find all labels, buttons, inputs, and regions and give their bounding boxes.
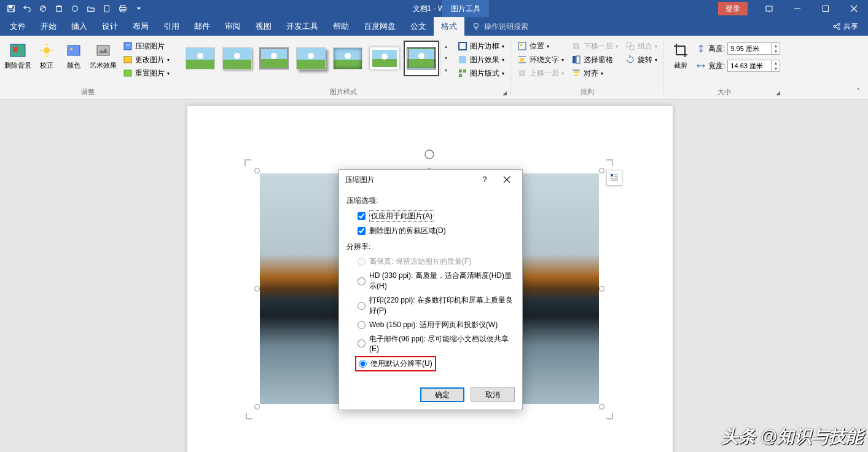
crop-button[interactable]: 裁剪 xyxy=(668,38,694,84)
handle-bl[interactable] xyxy=(254,404,260,410)
handle-ml[interactable] xyxy=(254,286,260,291)
svg-point-18 xyxy=(838,28,840,30)
delete-crop-checkbox[interactable] xyxy=(358,227,366,235)
style-item-3[interactable] xyxy=(256,41,292,76)
width-input[interactable]: ▲▼ xyxy=(727,60,780,72)
artistic-effects-button[interactable]: 艺术效果 xyxy=(88,38,118,84)
svg-rect-22 xyxy=(13,47,18,52)
close-icon[interactable] xyxy=(840,0,868,17)
reset-picture-button[interactable]: 重置图片▾ xyxy=(120,66,172,80)
gallery-more-button[interactable]: ▴▾▾ xyxy=(440,41,450,76)
opt-hd[interactable]: HD (330 ppi): 高质量，适合高清晰度(HD)显示(H) xyxy=(346,269,515,293)
new-icon[interactable] xyxy=(100,2,114,15)
tab-insert[interactable]: 插入 xyxy=(64,17,95,36)
dialog-titlebar[interactable]: 压缩图片 ? xyxy=(339,170,522,189)
picture-effects-button[interactable]: 图片效果▾ xyxy=(455,53,507,66)
save-icon[interactable] xyxy=(4,2,18,15)
svg-rect-37 xyxy=(463,69,466,73)
picture-layout-button[interactable]: 图片版式▾ xyxy=(455,66,507,80)
align-button[interactable]: 对齐▾ xyxy=(569,66,620,80)
style-item-5[interactable] xyxy=(330,41,366,76)
handle-br[interactable] xyxy=(599,404,604,410)
open-icon[interactable] xyxy=(84,2,98,15)
handle-mr[interactable] xyxy=(599,286,604,291)
group-button[interactable]: 组合▾ xyxy=(623,39,660,53)
style-item-7[interactable] xyxy=(404,41,439,76)
picture-border-button[interactable]: 图片边框▾ xyxy=(455,39,507,53)
styles-dialog-launcher[interactable]: ◢ xyxy=(500,89,509,97)
tab-developer[interactable]: 开发工具 xyxy=(279,17,326,36)
email-radio[interactable] xyxy=(358,339,366,347)
maximize-icon[interactable] xyxy=(811,0,840,17)
qat-icon-4[interactable] xyxy=(52,2,66,15)
color-button[interactable]: 颜色 xyxy=(61,38,86,84)
rotation-handle[interactable] xyxy=(424,149,435,162)
opt-print[interactable]: 打印(220 ppi): 在多数打印机和屏幕上质量良好(P) xyxy=(346,293,515,318)
position-button[interactable]: 位置▾ xyxy=(515,39,566,53)
style-item-2[interactable] xyxy=(219,41,255,76)
style-item-1[interactable] xyxy=(182,41,218,76)
tab-format[interactable]: 格式 xyxy=(434,17,464,36)
tab-layout[interactable]: 布局 xyxy=(125,17,156,36)
qat-dropdown-icon[interactable] xyxy=(131,2,146,15)
tab-mailings[interactable]: 邮件 xyxy=(187,17,217,36)
layout-options-button[interactable] xyxy=(606,170,622,186)
ok-button[interactable]: 确定 xyxy=(420,387,464,402)
tab-references[interactable]: 引用 xyxy=(156,17,187,36)
opt-web[interactable]: Web (150 ppi): 适用于网页和投影仪(W) xyxy=(346,318,515,332)
qat-icon-5[interactable] xyxy=(68,2,82,15)
wrap-text-button[interactable]: 环绕文字▾ xyxy=(515,53,566,66)
ribbon-options-icon[interactable] xyxy=(755,0,783,17)
spin-up[interactable]: ▲ xyxy=(772,60,780,66)
compress-pictures-button[interactable]: 压缩图片 xyxy=(120,39,172,53)
change-picture-button[interactable]: 更改图片▾ xyxy=(120,53,172,66)
share-button[interactable]: 共享 xyxy=(823,22,868,32)
tab-gongwen[interactable]: 公文 xyxy=(403,17,434,36)
handle-tr[interactable] xyxy=(599,168,604,173)
dialog-title: 压缩图片 xyxy=(345,175,472,185)
tab-review[interactable]: 审阅 xyxy=(217,17,248,36)
dialog-help-icon[interactable]: ? xyxy=(475,172,494,187)
tab-help[interactable]: 帮助 xyxy=(326,17,356,36)
size-dialog-launcher[interactable]: ◢ xyxy=(773,89,782,97)
bring-forward-button[interactable]: 上移一层▾ xyxy=(515,66,566,80)
login-button[interactable]: 登录 xyxy=(718,2,748,15)
cancel-button[interactable]: 取消 xyxy=(471,387,515,402)
tab-file[interactable]: 文件 xyxy=(2,17,33,36)
minimize-icon[interactable] xyxy=(783,0,811,17)
handle-tl[interactable] xyxy=(254,168,260,173)
tab-design[interactable]: 设计 xyxy=(95,17,125,36)
svg-rect-51 xyxy=(627,42,631,47)
collapse-ribbon-icon[interactable]: ˄ xyxy=(852,87,864,97)
undo-icon[interactable] xyxy=(20,2,34,15)
spin-up[interactable]: ▲ xyxy=(772,43,780,49)
remove-background-button[interactable]: 删除背景 xyxy=(4,38,32,84)
send-backward-button[interactable]: 下移一层▾ xyxy=(569,39,620,53)
apply-only-checkbox[interactable] xyxy=(358,212,366,220)
selection-pane-button[interactable]: 选择窗格 xyxy=(569,53,620,66)
height-input[interactable]: ▲▼ xyxy=(727,42,780,55)
opt-apply-only[interactable]: 仅应用于此图片(A) xyxy=(346,208,515,224)
dialog-close-icon[interactable] xyxy=(498,172,516,187)
opt-email[interactable]: 电子邮件(96 ppi): 尽可能缩小文档以便共享(E) xyxy=(346,332,515,355)
rotate-button[interactable]: 旋转▾ xyxy=(623,53,660,66)
opt-delete-crop[interactable]: 删除图片的剪裁区域(D) xyxy=(346,224,515,238)
tab-baidu[interactable]: 百度网盘 xyxy=(356,17,403,36)
print-radio[interactable] xyxy=(358,302,366,310)
print-icon[interactable] xyxy=(115,2,130,15)
hd-radio[interactable] xyxy=(358,277,366,285)
web-radio[interactable] xyxy=(358,321,366,329)
spin-down[interactable]: ▼ xyxy=(772,66,780,71)
opt-default-highlighted[interactable]: 使用默认分辨率(U) xyxy=(355,356,436,371)
tab-home[interactable]: 开始 xyxy=(33,17,64,36)
tell-me[interactable]: 操作说明搜索 xyxy=(464,22,536,32)
spin-down[interactable]: ▼ xyxy=(772,49,780,54)
corrections-button[interactable]: 校正 xyxy=(34,38,59,84)
tab-view[interactable]: 视图 xyxy=(248,17,279,36)
default-radio[interactable] xyxy=(359,360,367,368)
piclayout-icon xyxy=(458,68,467,78)
style-item-6[interactable] xyxy=(367,41,402,76)
picture-style-gallery[interactable]: ▴▾▾ xyxy=(180,38,453,79)
style-item-4[interactable] xyxy=(293,41,329,76)
redo-icon[interactable] xyxy=(36,2,50,15)
